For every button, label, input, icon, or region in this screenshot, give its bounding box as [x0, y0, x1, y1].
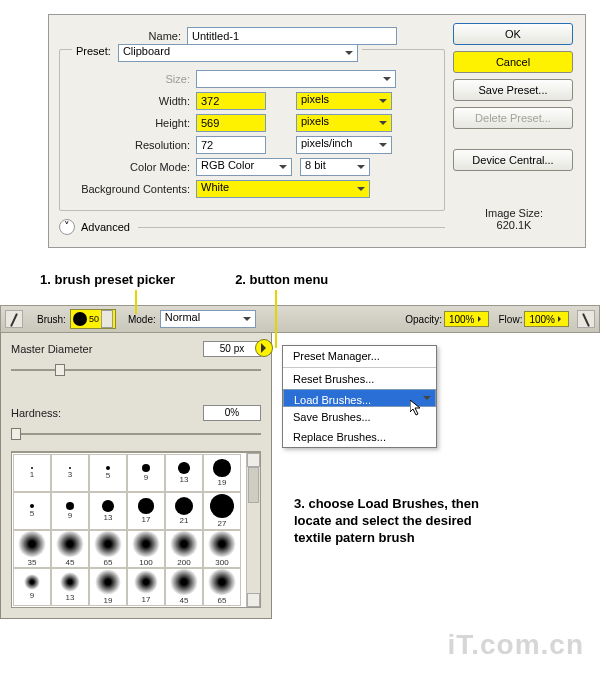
cursor-icon	[410, 400, 426, 418]
airbrush-icon[interactable]	[577, 310, 595, 328]
brush-preset-grid[interactable]: 1359131959131721273545651002003009131917…	[11, 451, 261, 608]
height-units[interactable]: pixels	[296, 114, 392, 132]
brush-preset-cell[interactable]: 9	[51, 492, 89, 530]
brush-flyout-menu: Preset Manager... Reset Brushes... Load …	[282, 345, 437, 448]
brush-preset-cell[interactable]: 13	[89, 492, 127, 530]
brush-preset-cell[interactable]: 21	[165, 492, 203, 530]
annotation-labels: 1. brush preset picker 2. button menu	[40, 272, 600, 287]
brush-preset-cell[interactable]: 200	[165, 530, 203, 568]
delete-preset-button: Delete Preset...	[453, 107, 573, 129]
menu-reset-brushes[interactable]: Reset Brushes...	[283, 369, 436, 389]
opacity-input[interactable]: 100%	[444, 311, 489, 327]
master-diameter-slider[interactable]	[11, 363, 261, 377]
bgcontents-label: Background Contents:	[68, 183, 196, 195]
panel-flyout-button[interactable]	[255, 339, 273, 357]
preset-label: Preset:	[76, 45, 111, 57]
brush-preset-cell[interactable]: 100	[127, 530, 165, 568]
ok-button[interactable]: OK	[453, 23, 573, 45]
mode-label: Mode:	[128, 314, 156, 325]
brush-preset-cell[interactable]: 65	[203, 568, 241, 606]
opacity-label: Opacity:	[405, 314, 442, 325]
brush-preset-cell[interactable]: 19	[203, 454, 241, 492]
size-label: Size:	[68, 73, 196, 85]
height-input[interactable]	[196, 114, 266, 132]
brush-preset-cell[interactable]: 3	[51, 454, 89, 492]
brush-preset-cell[interactable]: 5	[89, 454, 127, 492]
callout-2: 2. button menu	[235, 272, 328, 287]
resolution-input[interactable]	[196, 136, 266, 154]
divider	[138, 227, 445, 228]
flow-label: Flow:	[499, 314, 523, 325]
advanced-label: Advanced	[81, 221, 130, 233]
grid-scrollbar[interactable]	[246, 453, 260, 607]
callout-1: 1. brush preset picker	[40, 272, 175, 287]
brush-preset-cell[interactable]: 19	[89, 568, 127, 606]
hardness-slider[interactable]	[11, 427, 261, 441]
cancel-button[interactable]: Cancel	[453, 51, 573, 73]
brush-options-bar: Brush: 50 Mode: Normal Opacity: 100% Flo…	[0, 305, 600, 333]
colormode-label: Color Mode:	[68, 161, 196, 173]
opacity-caret-icon	[478, 316, 484, 322]
size-select[interactable]	[196, 70, 396, 88]
bitdepth-select[interactable]: 8 bit	[300, 158, 370, 176]
advanced-chevron-icon[interactable]: ˅	[59, 219, 75, 235]
brush-preset-cell[interactable]: 5	[13, 492, 51, 530]
bgcontents-select[interactable]: White	[196, 180, 370, 198]
brush-preset-cell[interactable]: 9	[13, 568, 51, 606]
colormode-select[interactable]: RGB Color	[196, 158, 292, 176]
brush-preset-dropdown-icon[interactable]	[101, 310, 113, 328]
brush-preset-cell[interactable]: 9	[127, 454, 165, 492]
play-triangle-icon	[261, 343, 271, 353]
watermark: iT.com.cn	[0, 619, 600, 675]
save-preset-button[interactable]: Save Preset...	[453, 79, 573, 101]
brush-preset-cell[interactable]: 45	[165, 568, 203, 606]
resolution-units[interactable]: pixels/inch	[296, 136, 392, 154]
blend-mode-select[interactable]: Normal	[160, 310, 256, 328]
image-size-label: Image Size:	[453, 207, 575, 219]
brush-preset-cell[interactable]: 13	[165, 454, 203, 492]
flow-caret-icon	[558, 316, 564, 322]
master-diameter-input[interactable]: 50 px	[203, 341, 261, 357]
brush-preset-cell[interactable]: 1	[13, 454, 51, 492]
brush-preset-cell[interactable]: 13	[51, 568, 89, 606]
width-units[interactable]: pixels	[296, 92, 392, 110]
brush-preset-cell[interactable]: 45	[51, 530, 89, 568]
flow-input[interactable]: 100%	[524, 311, 569, 327]
brush-preset-panel: Master Diameter 50 px Hardness: 0% 13591…	[0, 333, 272, 619]
brush-preset-cell[interactable]: 300	[203, 530, 241, 568]
svg-marker-0	[410, 400, 420, 415]
menu-replace-brushes[interactable]: Replace Brushes...	[283, 427, 436, 447]
new-document-dialog: Name: Preset: Clipboard Size: Width: pix…	[48, 14, 586, 248]
brush-preset-cell[interactable]: 27	[203, 492, 241, 530]
brush-preset-cell[interactable]: 17	[127, 568, 165, 606]
height-label: Height:	[68, 117, 196, 129]
brush-preset-cell[interactable]: 17	[127, 492, 165, 530]
master-diameter-label: Master Diameter	[11, 343, 203, 355]
name-input[interactable]	[187, 27, 397, 45]
device-central-button[interactable]: Device Central...	[453, 149, 573, 171]
image-size-value: 620.1K	[453, 219, 575, 231]
name-label: Name:	[59, 30, 187, 42]
width-input[interactable]	[196, 92, 266, 110]
menu-preset-manager[interactable]: Preset Manager...	[283, 346, 436, 366]
hardness-label: Hardness:	[11, 407, 203, 419]
brush-size-value: 50	[89, 314, 99, 324]
callout-3: 3. choose Load Brushes, then locate and …	[294, 496, 494, 547]
hardness-input[interactable]: 0%	[203, 405, 261, 421]
resolution-label: Resolution:	[68, 139, 196, 151]
brush-dot-icon	[73, 312, 87, 326]
brush-preset-cell[interactable]: 35	[13, 530, 51, 568]
brush-preset-picker[interactable]: 50	[70, 309, 116, 329]
brush-label: Brush:	[37, 314, 66, 325]
brush-tool-icon[interactable]	[5, 310, 23, 328]
preset-select[interactable]: Clipboard	[118, 44, 358, 62]
width-label: Width:	[68, 95, 196, 107]
brush-preset-cell[interactable]: 65	[89, 530, 127, 568]
